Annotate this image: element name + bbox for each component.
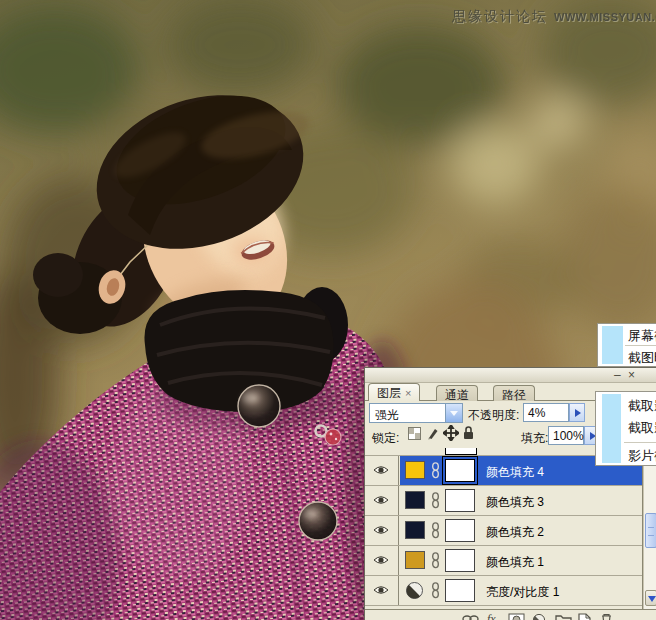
- link-icon: [431, 462, 440, 479]
- context-menu-side: 截取影 截取影 影片截: [595, 391, 656, 466]
- eye-icon: [373, 465, 389, 475]
- new-layer-icon[interactable]: [578, 613, 591, 620]
- layer-name[interactable]: 颜色填充 1: [486, 554, 544, 571]
- tab-layers[interactable]: 图层×: [368, 383, 420, 401]
- watermark-site-name: 思缘设计论坛: [452, 8, 548, 24]
- layer-name[interactable]: 亮度/对比度 1: [486, 584, 559, 601]
- blend-mode-select[interactable]: 强光: [369, 403, 463, 423]
- layer-style-fx-icon[interactable]: fx: [487, 612, 496, 620]
- menu-item[interactable]: 截取影: [628, 397, 656, 415]
- opacity-input[interactable]: 4%: [523, 403, 569, 422]
- close-button[interactable]: ×: [628, 368, 635, 382]
- panel-titlebar: – ×: [365, 368, 656, 383]
- layer-row[interactable]: 颜色填充 1: [365, 546, 643, 576]
- panel-bottom-toolbar: fx: [365, 609, 656, 620]
- context-menu-top: 屏幕截 截图时: [597, 323, 656, 367]
- layer-mask-thumbnail[interactable]: [445, 519, 475, 542]
- fill-color-thumbnail[interactable]: [405, 491, 425, 509]
- layer-name[interactable]: 颜色填充 4: [486, 464, 544, 481]
- menu-item[interactable]: 截取影: [628, 419, 656, 437]
- tab-paths[interactable]: 路径: [493, 385, 535, 401]
- layer-row[interactable]: 颜色填充 3: [365, 486, 643, 516]
- screenshot-root: 思缘设计论坛WWW.MISSYUAN.COM – × 图层× 通道 路径 强光 …: [0, 0, 656, 620]
- menu-item[interactable]: 屏幕截: [628, 327, 656, 345]
- layer-mask-thumbnail[interactable]: [445, 549, 475, 572]
- layer-name[interactable]: 颜色填充 2: [486, 524, 544, 541]
- brooch-red: [325, 429, 341, 445]
- scrollbar-thumb[interactable]: [645, 513, 656, 548]
- minimize-button[interactable]: –: [614, 368, 621, 382]
- new-group-folder-icon[interactable]: [555, 613, 572, 620]
- visibility-toggle[interactable]: [365, 576, 399, 605]
- opacity-spinner-icon[interactable]: [569, 403, 585, 422]
- menu-item[interactable]: 影片截: [628, 447, 656, 465]
- watermark-site-url: WWW.MISSYUAN.COM: [554, 11, 656, 23]
- fill-label: 填充:: [521, 430, 548, 447]
- visibility-toggle[interactable]: [365, 516, 399, 545]
- scroll-down-icon[interactable]: [645, 590, 656, 606]
- visibility-toggle[interactable]: [365, 546, 399, 575]
- delete-trash-icon[interactable]: [600, 613, 613, 620]
- tab-channels[interactable]: 通道: [436, 385, 478, 401]
- fill-input[interactable]: 100%: [548, 426, 584, 445]
- scrollbar[interactable]: [643, 448, 656, 609]
- lock-label: 锁定:: [372, 430, 399, 447]
- opacity-label: 不透明度:: [468, 407, 519, 424]
- adjustment-layer-icon[interactable]: [532, 613, 546, 620]
- eye-icon: [373, 585, 389, 595]
- menu-item[interactable]: 截图时: [628, 349, 656, 367]
- layer-row[interactable]: 亮度/对比度 1: [365, 576, 643, 606]
- link-layers-icon[interactable]: [462, 613, 480, 620]
- add-mask-icon[interactable]: [508, 613, 525, 620]
- visibility-toggle[interactable]: [365, 456, 399, 485]
- layers-list: 颜色填充 4 颜色填充 3 颜色: [365, 448, 643, 609]
- menu-icon-gutter: [602, 326, 623, 364]
- link-icon: [431, 552, 440, 569]
- partial-layer-row: [445, 448, 477, 455]
- lock-all-padlock-icon[interactable]: [462, 425, 475, 441]
- blend-mode-value: 强光: [375, 407, 399, 424]
- layer-mask-thumbnail[interactable]: [445, 489, 475, 512]
- fill-color-thumbnail[interactable]: [405, 551, 425, 569]
- link-icon: [431, 582, 440, 599]
- eye-icon: [373, 555, 389, 565]
- brightness-contrast-icon[interactable]: [405, 581, 424, 600]
- layer-row[interactable]: 颜色填充 2: [365, 516, 643, 546]
- fill-color-thumbnail[interactable]: [405, 461, 425, 479]
- layer-mask-thumbnail[interactable]: [445, 459, 475, 482]
- watermark: 思缘设计论坛WWW.MISSYUAN.COM: [452, 7, 656, 26]
- layer-name[interactable]: 颜色填充 3: [486, 494, 544, 511]
- fill-color-thumbnail[interactable]: [405, 521, 425, 539]
- chevron-down-icon[interactable]: [445, 404, 462, 422]
- link-icon: [431, 492, 440, 509]
- visibility-toggle[interactable]: [365, 486, 399, 515]
- layer-mask-thumbnail[interactable]: [445, 579, 475, 602]
- lock-transparency-icon[interactable]: [408, 427, 421, 440]
- lock-paint-brush-icon[interactable]: [426, 426, 440, 441]
- eye-icon: [373, 495, 389, 505]
- menu-icon-gutter: [602, 394, 621, 463]
- lock-position-move-icon[interactable]: [443, 425, 459, 441]
- tab-close-icon[interactable]: ×: [405, 387, 411, 399]
- link-icon: [431, 522, 440, 539]
- eye-icon: [373, 525, 389, 535]
